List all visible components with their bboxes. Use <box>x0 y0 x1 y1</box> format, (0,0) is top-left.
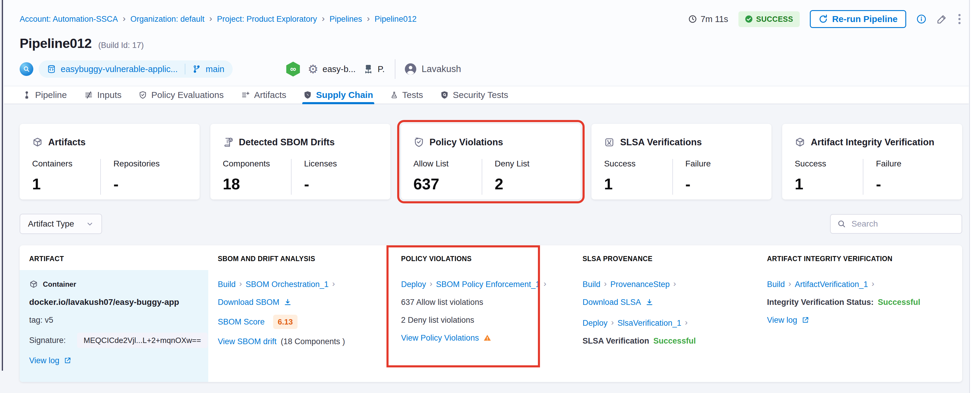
download-sbom-link[interactable]: Download SBOM <box>218 297 292 308</box>
summary-card-sbom-drifts: Detected SBOM Drifts Components 18 Licen… <box>210 124 390 200</box>
tab-artifacts[interactable]: Artifacts <box>241 86 286 104</box>
stat-label: Success <box>604 159 672 169</box>
rerun-icon <box>818 14 828 24</box>
execution-info-button[interactable] <box>916 14 926 24</box>
stat-label: Deny List <box>495 159 563 169</box>
slsa-provenance-cell: Build › ProvenanceStep › Download SLSA <box>573 270 757 382</box>
repo-name[interactable]: easybuggy-vulnerable-applic... <box>61 64 178 74</box>
stat-value: 1 <box>32 175 100 193</box>
sbom-drift-count: (18 Components ) <box>281 336 345 347</box>
chevron-right-icon: › <box>604 278 607 289</box>
view-log-link[interactable]: View log <box>29 355 72 366</box>
pencil-icon <box>937 14 947 24</box>
column-header-sbom: SBOM AND DRIFT ANALYSIS <box>208 255 391 263</box>
chevron-right-icon: › <box>123 14 126 23</box>
edit-pipeline-button[interactable] <box>937 14 947 24</box>
stat-divider <box>291 159 291 195</box>
card-title-text: SLSA Verifications <box>620 137 702 148</box>
stat-label: Containers <box>32 159 100 169</box>
status-badge: SUCCESS <box>738 11 800 27</box>
step-link[interactable]: SBOM Policy Enforcement_1 <box>436 279 540 290</box>
chevron-right-icon: › <box>367 14 370 23</box>
breadcrumb: Account: Automation-SSCA › Organization:… <box>20 14 417 24</box>
top-bar: Account: Automation-SSCA › Organization:… <box>20 10 962 28</box>
breadcrumb-pipeline012[interactable]: Pipeline012 <box>375 14 417 24</box>
stat-value: 637 <box>414 175 482 193</box>
scrollbar-gutter[interactable] <box>969 0 980 393</box>
view-log-link[interactable]: View log <box>767 315 809 326</box>
chevron-right-icon: › <box>239 278 242 289</box>
search-input[interactable] <box>851 219 955 228</box>
breadcrumb-organization[interactable]: Organization: default <box>130 14 204 24</box>
sbom-score-badge: 6.13 <box>273 315 298 329</box>
avatar-icon <box>404 63 417 75</box>
artifacts-list-icon <box>241 91 250 99</box>
slsa-icon <box>604 137 615 148</box>
sbom-score-link[interactable]: SBOM Score <box>218 316 265 327</box>
sbom-cell: Build › SBOM Orchestration_1 › Download … <box>208 270 391 382</box>
kebab-menu-icon <box>958 13 962 25</box>
table-row: Container docker.io/lavakush07/easy-bugg… <box>20 270 962 382</box>
repo-branch-pill[interactable]: easybuggy-vulnerable-applic... main <box>39 61 233 78</box>
step-link[interactable]: ArtifactVerification_1 <box>795 279 868 290</box>
branch-name[interactable]: main <box>205 64 224 74</box>
container-icon <box>29 280 38 289</box>
artifact-type-select[interactable]: Artifact Type <box>20 214 102 234</box>
signature-value[interactable]: MEQCICde2Vjl...L+2+mqnOXw== <box>77 332 208 348</box>
artifacts-table: ARTIFACT SBOM AND DRIFT ANALYSIS POLICY … <box>20 245 962 382</box>
tab-tests[interactable]: Tests <box>390 86 423 104</box>
breadcrumb-project[interactable]: Project: Product Exploratory <box>217 14 317 24</box>
execution-duration: 7m 11s <box>688 14 728 24</box>
more-options-button[interactable] <box>958 13 962 25</box>
tab-pipeline[interactable]: Pipeline <box>22 86 67 104</box>
download-slsa-link[interactable]: Download SLSA <box>582 297 654 308</box>
tab-security-tests[interactable]: Security Tests <box>440 86 508 104</box>
tab-policy-evaluations[interactable]: Policy Evaluations <box>138 86 223 104</box>
stat-divider <box>863 159 863 195</box>
breadcrumb-pipelines[interactable]: Pipelines <box>329 14 363 24</box>
repository-icon <box>47 64 56 74</box>
breadcrumb-account[interactable]: Account: Automation-SSCA <box>20 14 118 24</box>
meta-divider <box>395 59 395 79</box>
stat-label: Success <box>795 159 863 169</box>
step-link[interactable]: ProvenanceStep <box>610 279 670 290</box>
tab-inputs[interactable]: Inputs <box>84 86 122 104</box>
stat-label: Components <box>223 159 291 169</box>
column-header-artifact: ARTIFACT <box>20 255 208 263</box>
step-link[interactable]: SBOM Orchestration_1 <box>245 279 328 290</box>
cube-icon <box>795 137 805 148</box>
stage-link[interactable]: Deploy <box>582 318 608 328</box>
clock-icon <box>688 14 697 24</box>
warning-icon <box>483 334 492 342</box>
service-name[interactable]: easy-b... <box>323 64 356 74</box>
stat-divider <box>100 159 101 195</box>
view-policy-violations-link[interactable]: View Policy Violations <box>401 332 492 343</box>
stage-link[interactable]: Build <box>582 279 600 290</box>
environment-name[interactable]: P. <box>377 64 385 74</box>
flask-icon <box>390 91 398 99</box>
view-sbom-drift-link[interactable]: View SBOM drift <box>218 336 277 347</box>
stat-divider <box>482 159 482 195</box>
info-icon <box>916 14 926 24</box>
search-icon <box>837 219 846 228</box>
column-header-slsa: SLSA PROVENANCE <box>573 255 757 263</box>
stage-link[interactable]: Build <box>767 279 785 290</box>
download-icon <box>283 298 292 306</box>
summary-card-policy-violations: Policy Violations Allow List 637 Deny Li… <box>401 124 581 200</box>
stage-link[interactable]: Deploy <box>401 279 426 290</box>
check-circle-icon <box>745 15 753 23</box>
table-header-row: ARTIFACT SBOM AND DRIFT ANALYSIS POLICY … <box>20 245 962 270</box>
rerun-pipeline-button[interactable]: Re-run Pipeline <box>810 10 906 28</box>
chevron-right-icon: › <box>209 14 212 23</box>
sbom-document-icon <box>223 137 234 148</box>
signature-label: Signature: <box>29 335 66 346</box>
build-id: (Build Id: 17) <box>98 41 144 50</box>
stat-label: Repositories <box>113 159 181 169</box>
artifact-image-name: docker.io/lavakush07/easy-buggy-app <box>29 297 199 308</box>
supply-chain-content: Artifacts Containers 1 Repositories - <box>4 124 969 382</box>
column-header-policy-violations: POLICY VIOLATIONS <box>391 255 573 263</box>
tab-supply-chain[interactable]: Supply Chain <box>304 86 373 104</box>
step-link[interactable]: SlsaVerification_1 <box>617 318 681 328</box>
stage-link[interactable]: Build <box>218 279 235 290</box>
column-header-integrity: ARTIFACT INTEGRITY VERIFICATION <box>757 255 962 263</box>
